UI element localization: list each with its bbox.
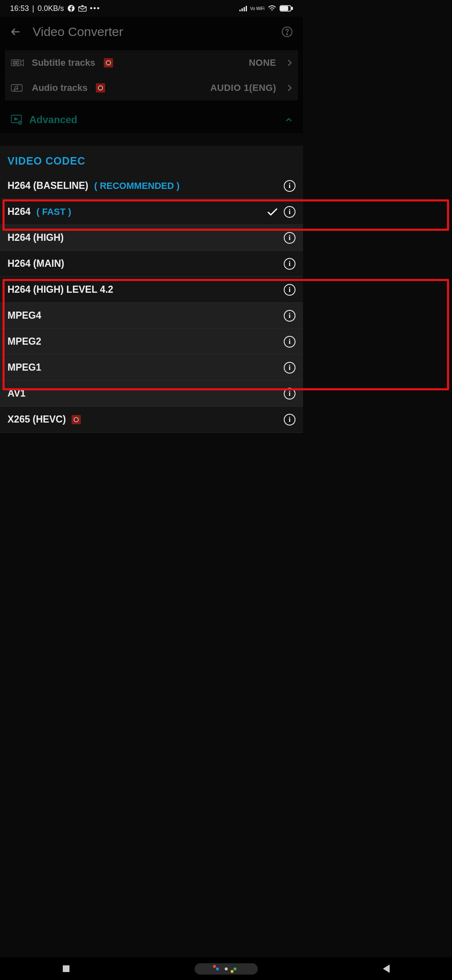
info-icon[interactable]: i [284, 362, 295, 374]
audio-tracks-row[interactable]: Audio tracks AUDIO 1(ENG) [5, 75, 298, 101]
advanced-section[interactable]: Advanced [5, 106, 298, 133]
svg-rect-8 [281, 6, 288, 10]
codec-name: H264 (BASELINE) [8, 180, 88, 191]
codec-option[interactable]: H264 (HIGH) LEVEL 4.2i [0, 277, 303, 303]
codec-name: MPEG2 [8, 336, 41, 347]
svg-rect-7 [291, 7, 293, 10]
svg-point-15 [16, 88, 18, 89]
codec-tag: ( RECOMMENDED ) [94, 181, 180, 191]
codec-name: H264 [8, 206, 31, 217]
status-bar: 16:53 | 0.0KB/s ••• Vo WiFi [0, 0, 303, 17]
premium-badge-icon [96, 83, 105, 93]
info-icon[interactable]: i [284, 388, 295, 400]
audio-tracks-label: Audio tracks [32, 83, 87, 93]
info-icon[interactable]: i [284, 414, 295, 426]
codec-tag: ( FAST ) [36, 206, 71, 217]
codec-list: H264 (BASELINE)( RECOMMENDED )iH264( FAS… [0, 173, 303, 433]
codec-option[interactable]: MPEG4i [0, 303, 303, 329]
info-icon[interactable]: i [284, 180, 295, 192]
chevron-right-icon [287, 84, 292, 92]
video-codec-title: VIDEO CODEC [0, 146, 303, 173]
subtitle-tracks-label: Subtitle tracks [32, 57, 95, 68]
codec-option[interactable]: X265 (HEVC)i [0, 407, 303, 433]
audio-icon [11, 83, 25, 93]
svg-text:CC: CC [13, 61, 19, 65]
info-icon[interactable]: i [284, 284, 295, 296]
battery-icon [280, 5, 293, 12]
app-header: Video Converter [0, 17, 303, 47]
info-icon[interactable]: i [284, 336, 295, 348]
svg-point-10 [287, 34, 288, 35]
wifi-icon [268, 5, 276, 12]
info-icon[interactable]: i [284, 258, 295, 270]
codec-name: H264 (HIGH) LEVEL 4.2 [8, 284, 113, 295]
svg-rect-4 [244, 7, 245, 11]
help-icon[interactable] [281, 26, 293, 38]
status-left: 16:53 | 0.0KB/s ••• [10, 4, 100, 13]
facebook-icon [67, 5, 75, 12]
advanced-icon [11, 115, 23, 125]
more-dots-icon: ••• [90, 4, 100, 13]
codec-option[interactable]: H264 (BASELINE)( RECOMMENDED )i [0, 173, 303, 199]
back-arrow-icon[interactable] [10, 26, 21, 37]
codec-option[interactable]: MPEG1i [0, 355, 303, 381]
subtitle-icon: CC [11, 58, 25, 67]
codec-option[interactable]: AV1i [0, 381, 303, 407]
app-title: Video Converter [33, 25, 123, 39]
svg-rect-5 [246, 6, 247, 11]
info-icon[interactable]: i [284, 232, 295, 244]
advanced-label: Advanced [29, 114, 77, 126]
codec-option[interactable]: H264( FAST )i [0, 199, 303, 225]
subtitle-tracks-value: NONE [249, 57, 276, 68]
vowifi-label: Vo WiFi [250, 7, 265, 10]
status-net-speed: 0.0KB/s [38, 4, 64, 13]
svg-rect-3 [241, 8, 243, 11]
chevron-right-icon [287, 59, 292, 67]
mail-icon [78, 5, 87, 12]
svg-point-14 [14, 89, 15, 90]
signal-icon [239, 5, 247, 11]
premium-badge-icon [72, 415, 81, 424]
codec-option[interactable]: H264 (MAIN)i [0, 251, 303, 277]
codec-name: MPEG1 [8, 362, 41, 373]
svg-rect-1 [79, 7, 86, 11]
codec-name: H264 (MAIN) [8, 258, 64, 269]
codec-option[interactable]: H264 (HIGH)i [0, 225, 303, 251]
premium-badge-icon [104, 58, 113, 67]
subtitle-tracks-row[interactable]: CC Subtitle tracks NONE [5, 50, 298, 75]
svg-rect-2 [239, 10, 241, 11]
codec-name: AV1 [8, 388, 26, 399]
codec-name: X265 (HEVC) [8, 414, 66, 425]
codec-name: MPEG4 [8, 310, 41, 321]
check-icon [267, 208, 278, 216]
status-right: Vo WiFi [239, 5, 293, 12]
info-icon[interactable]: i [284, 206, 295, 218]
audio-tracks-value: AUDIO 1(ENG) [210, 83, 276, 93]
chevron-up-icon [285, 118, 292, 122]
settings-panel: CC Subtitle tracks NONE Audio tracks AUD… [5, 50, 298, 101]
codec-option[interactable]: MPEG2i [0, 329, 303, 355]
video-codec-panel: VIDEO CODEC H264 (BASELINE)( RECOMMENDED… [0, 146, 303, 433]
codec-name: H264 (HIGH) [8, 232, 64, 243]
status-time: 16:53 [10, 4, 29, 13]
info-icon[interactable]: i [284, 310, 295, 322]
